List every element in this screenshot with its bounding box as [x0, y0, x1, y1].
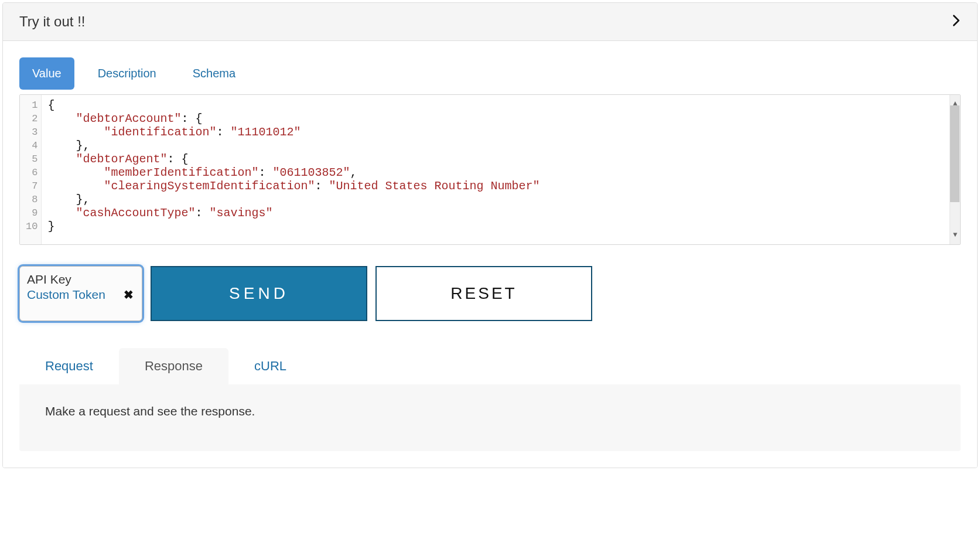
send-button[interactable]: SEND	[151, 266, 367, 321]
line-number: 6	[26, 166, 37, 179]
line-number: 9	[26, 206, 37, 220]
tab-description[interactable]: Description	[85, 57, 169, 90]
scroll-down-icon[interactable]: ▼	[953, 226, 957, 244]
editor-scrollbar[interactable]: ▲ ▼	[950, 95, 960, 244]
custom-token-link[interactable]: Custom Token	[27, 288, 105, 302]
tab-request[interactable]: Request	[19, 348, 119, 384]
line-number: 1	[26, 98, 37, 112]
body-tabs: Value Description Schema	[19, 57, 961, 90]
reset-button[interactable]: RESET	[375, 266, 592, 321]
json-editor[interactable]: 1 2 3 4 5 6 7 8 9 10 { "debtorAccount": …	[19, 94, 961, 245]
api-key-label: API Key	[27, 272, 134, 287]
code-content[interactable]: { "debtorAccount": { "identification": "…	[42, 95, 545, 244]
line-number: 8	[26, 193, 37, 206]
scroll-thumb[interactable]	[950, 105, 959, 202]
response-placeholder: Make a request and see the response.	[19, 384, 961, 451]
line-number: 7	[26, 179, 37, 193]
panel-title: Try it out !!	[19, 13, 85, 30]
tab-value[interactable]: Value	[19, 57, 74, 90]
line-number: 2	[26, 112, 37, 125]
line-number: 10	[26, 220, 37, 233]
result-section: Request Response cURL Make a request and…	[19, 348, 961, 451]
close-icon[interactable]: ✖	[124, 289, 134, 301]
panel-body: Value Description Schema 1 2 3 4 5 6 7 8…	[3, 41, 977, 468]
controls-row: API Key Custom Token ✖ SEND RESET	[19, 266, 961, 321]
tab-schema[interactable]: Schema	[180, 57, 248, 90]
result-tabs: Request Response cURL	[19, 348, 961, 384]
line-number: 4	[26, 139, 37, 152]
line-number: 5	[26, 152, 37, 166]
tab-curl[interactable]: cURL	[228, 348, 312, 384]
api-key-selector[interactable]: API Key Custom Token ✖	[19, 266, 142, 321]
panel-header[interactable]: Try it out !!	[3, 3, 977, 41]
try-it-out-panel: Try it out !! Value Description Schema 1…	[2, 2, 978, 468]
line-number: 3	[26, 125, 37, 139]
tab-response[interactable]: Response	[119, 348, 228, 384]
chevron-right-icon	[950, 14, 961, 29]
line-gutter: 1 2 3 4 5 6 7 8 9 10	[20, 95, 42, 244]
